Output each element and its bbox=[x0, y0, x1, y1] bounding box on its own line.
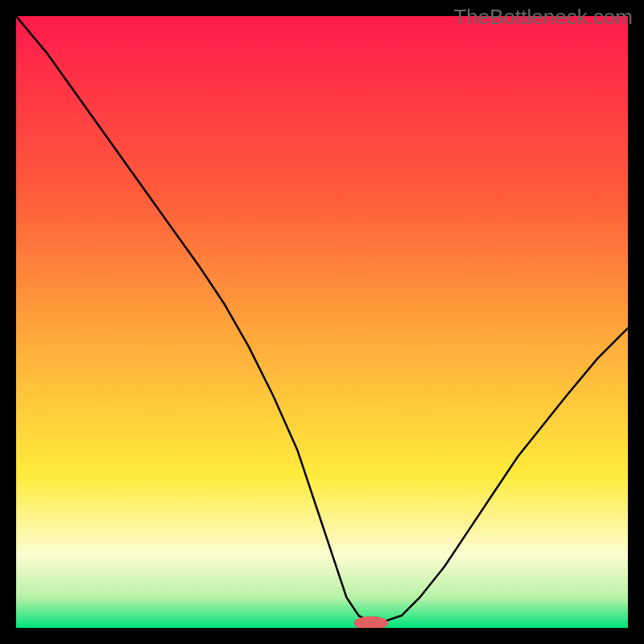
chart-svg bbox=[16, 16, 628, 628]
chart-background bbox=[16, 16, 628, 628]
chart-container: TheBottleneck.com bbox=[0, 0, 644, 644]
watermark-text: TheBottleneck.com bbox=[453, 5, 633, 30]
plot-area bbox=[16, 16, 628, 628]
